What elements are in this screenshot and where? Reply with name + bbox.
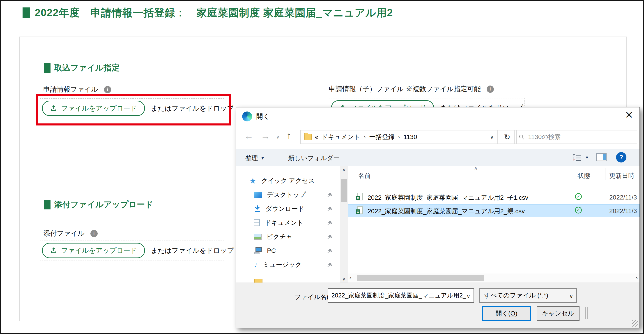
close-icon[interactable]: ✕ — [625, 110, 633, 120]
file-name: 2022_家庭菜園制度_家庭菜園届_マニュアル用2_親.csv — [368, 207, 525, 215]
up-icon[interactable]: ↑ — [286, 131, 291, 140]
breadcrumb-documents[interactable]: ドキュメント — [322, 133, 360, 141]
sidebar-item-label: ダウンロード — [266, 204, 304, 213]
scrollbar-thumb[interactable] — [357, 275, 484, 281]
scrollbar-thumb[interactable] — [341, 179, 347, 202]
address-dropdown-icon[interactable]: ∨ — [490, 134, 494, 140]
open-button[interactable]: 開く(O) — [482, 306, 531, 321]
sidebar-item-pictures[interactable]: ピクチャ — [236, 230, 340, 244]
new-folder-label: 新しいフォルダー — [288, 154, 340, 162]
info-icon[interactable]: i — [104, 86, 111, 93]
recent-locations-chevron-icon[interactable]: ∨ — [276, 135, 280, 139]
parent-file-field-label: 申請情報ファイル i — [43, 85, 111, 94]
breadcrumb-separator: › — [364, 134, 366, 140]
desktop-icon — [254, 192, 262, 198]
edge-icon — [242, 112, 252, 121]
sidebar-item-desktop[interactable]: デスクトップ — [236, 188, 340, 202]
dialog-toolbar: 整理 ▼ 新しいフォルダー ▼ ? — [236, 149, 640, 167]
parent-upload-button[interactable]: ファイルをアップロード — [42, 101, 145, 116]
upload-button-label: ファイルをアップロード — [61, 246, 137, 255]
pin-icon — [328, 192, 332, 197]
resize-grip-icon[interactable] — [632, 320, 638, 326]
chevron-down-icon[interactable]: ∨ — [466, 293, 470, 299]
sidebar-item-downloads[interactable]: ダウンロード — [236, 202, 340, 216]
column-divider[interactable] — [605, 168, 606, 180]
section-attachment-upload: 添付ファイルアップロード — [44, 199, 153, 210]
cancel-button[interactable]: キャンセル — [537, 306, 580, 321]
sidebar-item-documents[interactable]: ドキュメント — [236, 216, 340, 230]
pin-icon — [328, 220, 332, 225]
file-list-horizontal-scrollbar[interactable]: ‹ › — [348, 273, 640, 282]
music-icon: ♪ — [254, 260, 258, 269]
preview-pane-icon[interactable] — [596, 153, 606, 162]
organize-menu-button[interactable]: 整理 ▼ — [245, 154, 265, 162]
scroll-up-icon[interactable]: ∧ — [340, 167, 348, 172]
file-name: 2022_家庭菜園制度_家庭菜園届_マニュアル用2_子1.csv — [368, 193, 528, 202]
pictures-icon — [254, 234, 262, 240]
sidebar-item-pc[interactable]: PC — [236, 244, 340, 258]
chevron-down-icon[interactable]: ∨ — [569, 293, 573, 299]
breadcrumb-batch-register[interactable]: 一括登録 — [369, 133, 394, 141]
sidebar-item-label: デスクトップ — [267, 190, 306, 199]
scroll-right-icon[interactable]: › — [636, 275, 638, 281]
file-name-input[interactable]: 2022_家庭菜園制度_家庭菜園届_マニュアル用2_ ∨ — [328, 288, 474, 303]
screenshot-frame: 2022年度 申請情報一括登録： 家庭菜園制度 家庭菜園届_マニュアル用2 取込… — [0, 0, 644, 334]
dialog-title: 開く — [256, 112, 270, 121]
page-title-text: 2022年度 申請情報一括登録： 家庭菜園制度 家庭菜園届_マニュアル用2 — [35, 6, 393, 20]
parent-file-dropzone[interactable]: ファイルをアップロード またはファイルをドロップ — [40, 98, 224, 118]
sidebar-item-label: クイック アクセス — [261, 176, 314, 185]
info-icon[interactable]: i — [486, 86, 494, 93]
breadcrumb-separator: › — [398, 134, 400, 140]
address-bar[interactable]: « ドキュメント › 一括登録 › 1130 ∨ — [300, 130, 498, 144]
section-marker — [44, 200, 50, 209]
attachment-dropzone[interactable]: ファイルをアップロード またはファイルをドロップ — [40, 241, 224, 260]
refresh-icon: ↻ — [504, 132, 510, 142]
folder-icon — [254, 279, 262, 282]
breadcrumb-1130[interactable]: 1130 — [404, 133, 417, 141]
file-type-select[interactable]: すべてのファイル (*.*) ∨ — [480, 288, 577, 303]
file-modified-date: 2022/11/3 — [609, 194, 637, 201]
views-chevron-icon[interactable]: ▼ — [585, 155, 589, 160]
column-header-modified[interactable]: 更新日時 — [609, 172, 634, 180]
forward-icon[interactable]: → — [261, 131, 270, 141]
sidebar-item-label: ミュージック — [263, 260, 302, 269]
new-folder-button[interactable]: 新しいフォルダー — [288, 154, 340, 162]
upload-icon — [50, 247, 58, 254]
column-header-name[interactable]: 名前 — [358, 172, 371, 180]
excel-csv-file-icon: X — [356, 206, 364, 215]
scroll-down-icon[interactable]: ∨ — [340, 276, 348, 282]
document-icon — [254, 219, 260, 226]
info-icon[interactable]: i — [90, 230, 98, 237]
pc-icon — [254, 247, 262, 254]
dialog-footer: ファイル名(N): 2022_家庭菜園制度_家庭菜園届_マニュアル用2_ ∨ す… — [236, 282, 640, 328]
sidebar-item-quick-access[interactable]: ★ クイック アクセス — [236, 174, 340, 188]
column-divider[interactable] — [571, 168, 571, 180]
excel-csv-file-icon: X — [356, 193, 364, 201]
organize-label: 整理 — [245, 154, 258, 162]
dialog-navigation-bar: ← → ∨ ↑ « ドキュメント › 一括登録 › 1130 ∨ ↻ — [236, 126, 640, 149]
sidebar-item-label: ピクチャ — [266, 232, 292, 241]
upload-button-label: ファイルをアップロード — [61, 104, 137, 113]
search-input[interactable]: 1130の検索 — [514, 130, 637, 144]
title-marker — [22, 8, 30, 18]
attachment-upload-button[interactable]: ファイルをアップロード — [42, 243, 145, 258]
parent-file-label-text: 申請情報ファイル — [43, 85, 98, 94]
sidebar-item-music[interactable]: ♪ ミュージック — [236, 258, 340, 272]
page-title: 2022年度 申請情報一括登録： 家庭菜園制度 家庭菜園届_マニュアル用2 — [22, 6, 393, 20]
file-row-child-csv[interactable]: X 2022_家庭菜園制度_家庭菜園届_マニュアル用2_子1.csv ✓ 202… — [348, 190, 640, 204]
file-row-parent-csv-selected[interactable]: X 2022_家庭菜園制度_家庭菜園届_マニュアル用2_親.csv ✓ 2022… — [348, 204, 640, 217]
chevron-down-icon: ▼ — [261, 156, 265, 161]
upload-icon — [50, 105, 58, 112]
sync-check-icon: ✓ — [575, 193, 582, 200]
sidebar-scrollbar[interactable]: ∧ ∨ — [340, 166, 348, 282]
file-type-value: すべてのファイル (*.*) — [484, 291, 548, 300]
column-header-status[interactable]: 状態 — [578, 172, 590, 180]
attachment-label-text: 添付ファイル — [43, 229, 84, 238]
help-icon[interactable]: ? — [616, 152, 626, 162]
back-icon[interactable]: ← — [244, 131, 254, 141]
breadcrumb-prefix: « — [315, 133, 318, 141]
scroll-left-icon[interactable]: ‹ — [350, 275, 351, 281]
pin-icon — [328, 262, 332, 267]
view-list-icon[interactable] — [573, 153, 581, 162]
pin-icon — [328, 234, 332, 239]
